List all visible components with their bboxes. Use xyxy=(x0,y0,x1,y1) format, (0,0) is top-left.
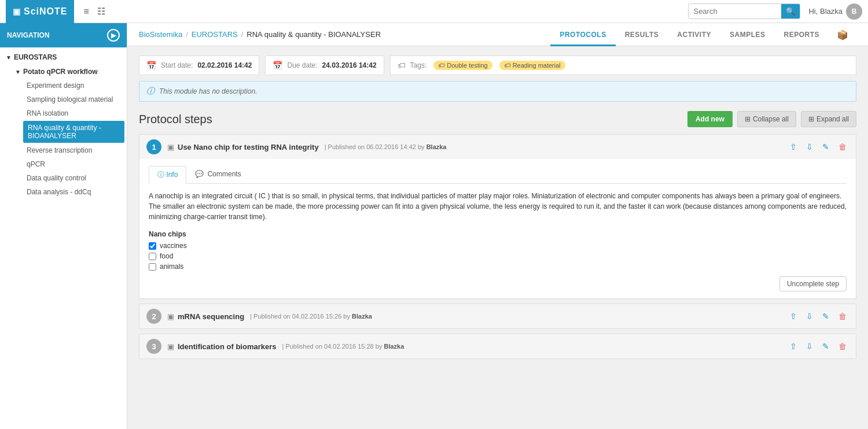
sidebar: NAVIGATION ▶ ▼ EUROSTARS ▼ Potato qPCR w… xyxy=(0,23,127,429)
step-1-checkbox-food[interactable] xyxy=(149,253,156,260)
tabs: PROTOCOLS RESULTS ACTIVITY SAMPLES REPOR… xyxy=(550,23,856,46)
step-2-meta: | Published on 04.02.2016 15:26 by Blazk… xyxy=(250,313,372,320)
step-1-footer: Uncomplete step xyxy=(149,276,847,291)
user-area: Hi, Blazka B xyxy=(808,3,862,20)
tab-results[interactable]: RESULTS xyxy=(616,25,668,46)
collapse-icon: ⊞ xyxy=(745,115,751,123)
tab-activity[interactable]: ACTIVITY xyxy=(668,25,720,46)
step-2-checkbox-icon: ▣ xyxy=(167,312,174,321)
info-bar-icon: ⓘ xyxy=(146,86,155,97)
steps-actions: Add new ⊞ Collapse all ⊞ Expand all xyxy=(687,111,856,127)
tag-badge-reading-material[interactable]: 🏷 Reading material xyxy=(499,61,565,70)
breadcrumb-eurostars[interactable]: EUROSTARS xyxy=(192,30,238,39)
tab-protocols[interactable]: PROTOCOLS xyxy=(550,25,615,46)
sidebar-header-label: NAVIGATION xyxy=(7,31,50,39)
breadcrumb: BioSistemika / EUROSTARS / RNA quality &… xyxy=(139,30,381,39)
step-item-2: 2 ▣ mRNA sequencing | Published on 04.02… xyxy=(139,304,856,329)
user-greeting: Hi, Blazka xyxy=(808,7,843,16)
date-tag-bar: 📅 Start date: 02.02.2016 14:42 📅 Due dat… xyxy=(139,56,856,75)
sidebar-item-data-quality[interactable]: Data quality control xyxy=(21,171,127,185)
step-1-checklist-item-2: food xyxy=(149,252,847,260)
step-3-name: Identification of biomarkers xyxy=(178,342,276,351)
step-3-up-button[interactable]: ⇧ xyxy=(788,341,799,352)
step-1-checkbox-vaccines[interactable] xyxy=(149,242,156,250)
step-2-edit-button[interactable]: ✎ xyxy=(820,310,832,322)
uncomplete-step-button[interactable]: Uncomplete step xyxy=(779,276,847,291)
step-1-header: 1 ▣ Use Nano chip for testing RNA integr… xyxy=(139,135,856,159)
sidebar-item-reverse-transcription[interactable]: Reverse transcription xyxy=(21,143,127,157)
add-new-button[interactable]: Add new xyxy=(687,111,733,127)
tab-samples[interactable]: SAMPLES xyxy=(720,25,775,46)
step-item-1: 1 ▣ Use Nano chip for testing RNA integr… xyxy=(139,134,856,299)
search-input[interactable] xyxy=(689,5,781,18)
step-1-checklist-title: Nano chips xyxy=(149,230,847,238)
step-1-checkbox-animals[interactable] xyxy=(149,263,156,271)
avatar: B xyxy=(846,3,862,20)
sidebar-item-data-analysis[interactable]: Data analysis - ddCq xyxy=(21,185,127,199)
hamburger-icon[interactable]: ≡ xyxy=(83,6,89,17)
step-3-delete-button[interactable]: 🗑 xyxy=(836,341,849,352)
logo-icon: ▣ xyxy=(13,7,20,16)
step-3-checkbox-icon: ▣ xyxy=(167,342,174,351)
tag-badge-double-testing[interactable]: 🏷 Double testing xyxy=(433,61,492,70)
tag-box: 🏷 Tags: 🏷 Double testing 🏷 Reading mater… xyxy=(390,56,856,75)
info-bar-text: This module has no description. xyxy=(159,87,257,95)
search-button[interactable]: 🔍 xyxy=(781,4,800,19)
step-1-number: 1 xyxy=(146,139,161,154)
sidebar-group-eurostars: ▼ EUROSTARS ▼ Potato qPCR workflow Exper… xyxy=(0,47,127,201)
step-item-3: 3 ▣ Identification of biomarkers | Publi… xyxy=(139,334,856,359)
step-1-checklist-item-3: animals xyxy=(149,262,847,271)
due-date-box: 📅 Due date: 24.03.2016 14:42 xyxy=(265,56,384,75)
sidebar-group-title-eurostars[interactable]: ▼ EUROSTARS xyxy=(0,50,127,65)
tab-reports[interactable]: REPORTS xyxy=(774,25,829,46)
sidebar-item-qpcr[interactable]: qPCR xyxy=(21,157,127,171)
step-1-up-button[interactable]: ⇧ xyxy=(788,141,799,153)
step-2-delete-button[interactable]: 🗑 xyxy=(836,310,849,322)
sidebar-item-rna-isolation[interactable]: RNA isolation xyxy=(21,106,127,120)
search-area: 🔍 xyxy=(688,3,800,19)
sidebar-items: Experiment design Sampling biological ma… xyxy=(9,79,127,199)
step-1-name: Use Nano chip for testing RNA integrity xyxy=(178,143,319,151)
breadcrumb-biosistemika[interactable]: BioSistemika xyxy=(139,30,182,39)
steps-title: Protocol steps xyxy=(139,113,212,126)
step-1-delete-button[interactable]: 🗑 xyxy=(836,141,849,153)
expand-icon: ⊞ xyxy=(808,115,814,123)
start-date-value: 02.02.2016 14:42 xyxy=(197,61,252,69)
due-date-value: 24.03.2016 14:42 xyxy=(322,61,377,69)
chart-icon[interactable]: ☷ xyxy=(97,6,105,17)
archive-icon[interactable]: 📦 xyxy=(829,24,856,46)
step-1-tab-info[interactable]: ⓘ Info xyxy=(149,166,186,184)
step-3-down-button[interactable]: ⇩ xyxy=(804,341,815,352)
step-3-edit-button[interactable]: ✎ xyxy=(820,341,832,352)
sidebar-item-sampling[interactable]: Sampling biological material xyxy=(21,93,127,106)
step-1-body: ⓘ Info 💬 Comments A nanochip is an integ… xyxy=(139,159,856,298)
step-2-up-button[interactable]: ⇧ xyxy=(788,310,799,322)
step-2-down-button[interactable]: ⇩ xyxy=(804,310,815,322)
step-2-title-area: ▣ mRNA sequencing | Published on 04.02.2… xyxy=(167,312,782,321)
collapse-all-button[interactable]: ⊞ Collapse all xyxy=(737,111,796,127)
expand-all-button[interactable]: ⊞ Expand all xyxy=(801,111,856,127)
step-1-actions: ⇧ ⇩ ✎ 🗑 xyxy=(788,141,849,153)
step-2-number: 2 xyxy=(146,309,161,324)
steps-header: Protocol steps Add new ⊞ Collapse all ⊞ … xyxy=(139,111,856,127)
step-3-number: 3 xyxy=(146,339,161,354)
comment-icon: 💬 xyxy=(195,170,204,178)
step-1-content: A nanochip is an integrated circuit ( IC… xyxy=(149,191,847,222)
step-1-edit-button[interactable]: ✎ xyxy=(820,141,832,153)
start-date-icon: 📅 xyxy=(146,61,156,70)
start-date-box: 📅 Start date: 02.02.2016 14:42 xyxy=(139,56,259,75)
sidebar-item-rna-quality[interactable]: RNA quality & quantity - BIOANALYSER xyxy=(23,121,124,143)
tags-label: Tags: xyxy=(410,61,427,69)
nav-icons: ≡ ☷ xyxy=(83,6,105,17)
step-1-checklist-item-1: vaccines xyxy=(149,242,847,250)
step-2-actions: ⇧ ⇩ ✎ 🗑 xyxy=(788,310,849,322)
start-date-label: Start date: xyxy=(161,61,193,69)
sidebar-header-icon[interactable]: ▶ xyxy=(107,29,120,42)
step-1-down-button[interactable]: ⇩ xyxy=(804,141,815,153)
due-date-label: Due date: xyxy=(287,61,317,69)
sidebar-subgroup-title-potato[interactable]: ▼ Potato qPCR workflow xyxy=(9,65,127,79)
step-1-tab-comments[interactable]: 💬 Comments xyxy=(186,166,249,183)
sidebar-item-experiment-design[interactable]: Experiment design xyxy=(21,79,127,93)
step-1-tabs: ⓘ Info 💬 Comments xyxy=(149,166,847,184)
step-3-meta: | Published on 04.02.2016 15:28 by Blazk… xyxy=(282,343,404,350)
